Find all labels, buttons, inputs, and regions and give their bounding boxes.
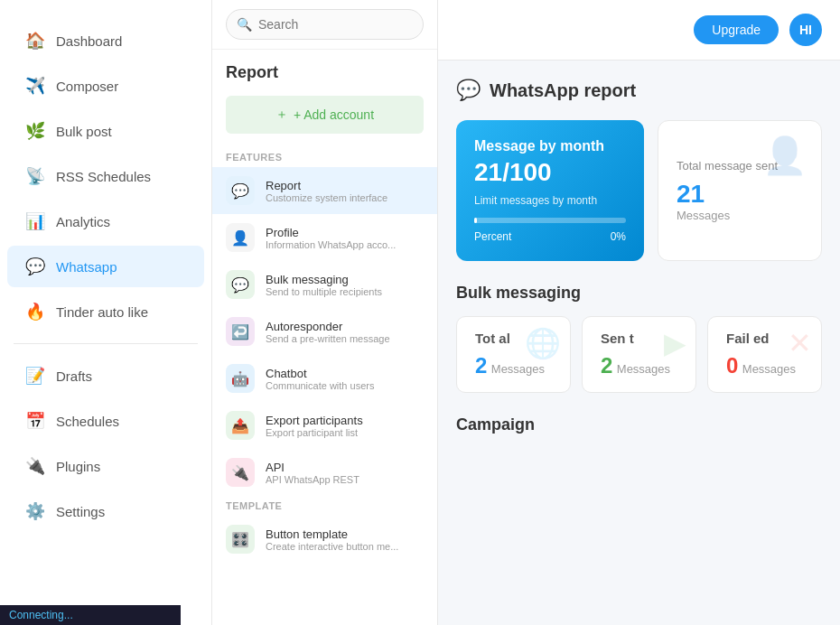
schedules-icon: 📅 <box>25 411 45 431</box>
feature-item-report[interactable]: 💬 Report Customize system interface <box>212 167 437 214</box>
sidebar-item-whatsapp[interactable]: 💬 Whatsapp <box>7 246 204 287</box>
feature-item-autoresponder[interactable]: ↩️ Autoresponder Send a pre-written mess… <box>212 308 437 355</box>
middle-panel: 🔍 Report ＋ + Add account FEATURES 💬 Repo… <box>212 0 438 625</box>
sidebar-item-rss-schedules[interactable]: 📡 RSS Schedules <box>7 155 204 197</box>
add-account-label: + Add account <box>294 107 374 122</box>
tinder-icon: 🔥 <box>25 302 45 322</box>
feature-item-api[interactable]: 🔌 API API WhatsApp REST <box>212 449 437 496</box>
bulk-messaging-section-title: Bulk messaging <box>456 284 822 303</box>
message-by-month-card: Message by month 21/100 Limit messages b… <box>456 120 644 261</box>
feature-text-chatbot: Chatbot Communicate with users <box>266 367 374 391</box>
msg-month-subtitle: Limit messages by month <box>474 194 626 207</box>
sidebar-item-label: Settings <box>56 504 105 519</box>
button-template-icon: 🎛️ <box>226 525 255 554</box>
sidebar-item-label: Plugins <box>56 459 100 474</box>
feature-text-export: Export participants Export participant l… <box>266 414 363 438</box>
sent-value: 2 <box>601 353 612 378</box>
bulk-card-sent: ▶ Sen t 2 Messages <box>582 316 696 393</box>
sidebar-item-label: Whatsapp <box>56 259 117 275</box>
whatsapp-report-title: WhatsApp report <box>490 80 636 101</box>
total-msg-value: 21 <box>677 180 803 209</box>
feature-item-export[interactable]: 📤 Export participants Export participant… <box>212 402 437 449</box>
bulk-msg-icon: 💬 <box>226 270 255 299</box>
sidebar-item-dashboard[interactable]: 🏠 Dashboard <box>7 20 204 61</box>
sidebar-item-label: Composer <box>56 79 118 94</box>
composer-icon: ✈️ <box>25 76 45 96</box>
total-unit: Messages <box>491 362 545 376</box>
feature-item-profile[interactable]: 👤 Profile Information WhatsApp acco... <box>212 214 437 261</box>
progress-bar-bg <box>474 218 626 223</box>
bulk-card-total: 🌐 Tot al 2 Messages <box>456 316 571 393</box>
sidebar-item-label: Schedules <box>56 414 119 429</box>
autoresponder-icon: ↩️ <box>226 317 255 346</box>
feature-text-api: API API WhatsApp REST <box>266 461 359 485</box>
sidebar-item-label: Bulk post <box>56 124 112 139</box>
search-container: 🔍 <box>226 9 424 40</box>
whatsapp-report-header: 💬 WhatsApp report <box>456 79 822 102</box>
sidebar-item-composer[interactable]: ✈️ Composer <box>7 65 204 107</box>
main-content: Upgrade HI 💬 WhatsApp report Message by … <box>438 0 840 625</box>
chatbot-icon: 🤖 <box>226 364 255 393</box>
msg-month-label: Message by month <box>474 138 626 154</box>
sidebar-item-plugins[interactable]: 🔌 Plugins <box>7 445 204 487</box>
add-icon: ＋ <box>275 107 288 123</box>
total-msg-unit: Messages <box>677 209 803 222</box>
sidebar-item-bulk-post[interactable]: 🌿 Bulk post <box>7 110 204 152</box>
total-message-sent-card: 👤 Total message sent 21 Messages <box>658 120 822 261</box>
progress-bar-fill <box>474 218 477 223</box>
search-input[interactable] <box>226 9 424 40</box>
upgrade-button[interactable]: Upgrade <box>694 15 779 44</box>
sidebar-item-label: RSS Schedules <box>56 169 151 184</box>
whatsapp-report-icon: 💬 <box>456 79 481 102</box>
sidebar: 🏠 Dashboard ✈️ Composer 🌿 Bulk post 📡 RS… <box>0 0 212 625</box>
report-feature-icon: 💬 <box>226 176 255 205</box>
sidebar-item-settings[interactable]: ⚙️ Settings <box>7 490 204 532</box>
sent-unit: Messages <box>617 362 670 376</box>
export-icon: 📤 <box>226 411 255 440</box>
top-bar: Upgrade HI <box>438 0 840 61</box>
feature-item-bulk-messaging[interactable]: 💬 Bulk messaging Send to multiple recipi… <box>212 261 437 308</box>
content-area: 💬 WhatsApp report Message by month 21/10… <box>438 61 840 452</box>
report-title: Report <box>212 50 437 91</box>
sidebar-item-label: Dashboard <box>56 33 122 49</box>
api-icon: 🔌 <box>226 458 255 487</box>
sidebar-item-label: Drafts <box>56 368 92 384</box>
msg-month-value: 21/100 <box>474 158 626 187</box>
feature-item-chatbot[interactable]: 🤖 Chatbot Communicate with users <box>212 355 437 402</box>
percent-value: 0% <box>611 230 626 243</box>
sidebar-item-label: Analytics <box>56 214 110 229</box>
percent-label: Percent <box>474 230 511 243</box>
sidebar-item-analytics[interactable]: 📊 Analytics <box>7 201 204 242</box>
campaign-title: Campaign <box>456 415 822 434</box>
failed-unit: Messages <box>742 362 796 376</box>
cards-row: Message by month 21/100 Limit messages b… <box>456 120 822 261</box>
whatsapp-icon: 💬 <box>25 257 45 276</box>
sent-ghost-icon: ▶ <box>664 326 686 360</box>
search-icon: 🔍 <box>237 17 252 32</box>
sidebar-item-schedules[interactable]: 📅 Schedules <box>7 400 204 442</box>
analytics-icon: 📊 <box>25 211 45 231</box>
percent-row: Percent 0% <box>474 230 626 243</box>
feature-text-button-template: Button template Create interactive butto… <box>266 527 398 552</box>
bulk-post-icon: 🌿 <box>25 121 45 141</box>
search-box: 🔍 <box>212 0 437 50</box>
failed-ghost-icon: ✕ <box>788 326 812 360</box>
sidebar-item-drafts[interactable]: 📝 Drafts <box>7 355 204 396</box>
feature-item-button-template[interactable]: 🎛️ Button template Create interactive bu… <box>212 516 437 563</box>
avatar: HI <box>789 14 822 46</box>
feature-text-bulk: Bulk messaging Send to multiple recipien… <box>266 273 382 297</box>
sidebar-item-tinder[interactable]: 🔥 Tinder auto like <box>7 291 204 332</box>
feature-text-autoresponder: Autoresponder Send a pre-written message <box>266 320 390 344</box>
settings-icon: ⚙️ <box>25 501 45 521</box>
sidebar-divider <box>14 343 198 344</box>
bulk-card-failed: ✕ Fail ed 0 Messages <box>707 316 822 393</box>
profile-feature-icon: 👤 <box>226 223 255 252</box>
feature-text-profile: Profile Information WhatsApp acco... <box>266 226 396 250</box>
bulk-cards-row: 🌐 Tot al 2 Messages ▶ Sen t 2 Messages ✕… <box>456 316 822 393</box>
add-account-button[interactable]: ＋ + Add account <box>226 96 424 134</box>
feature-text-report: Report Customize system interface <box>266 179 387 203</box>
total-ghost-icon: 🌐 <box>525 326 561 360</box>
ghost-icon: 👤 <box>762 135 807 177</box>
total-value: 2 <box>475 353 487 378</box>
sidebar-item-label: Tinder auto like <box>56 304 148 320</box>
